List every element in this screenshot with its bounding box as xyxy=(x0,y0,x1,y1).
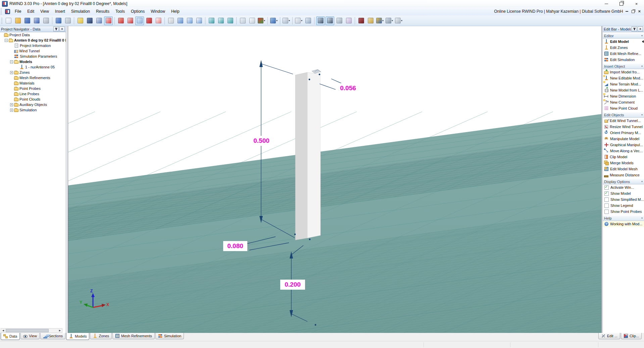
tree-item-mesh-refinements[interactable]: Mesh Refinements xyxy=(0,75,66,80)
scrollbar-thumb[interactable] xyxy=(6,329,49,332)
checkbox-unchecked[interactable] xyxy=(604,210,609,214)
menu-simulation[interactable]: Simulation xyxy=(68,8,93,15)
toolbar-toggle-grid-button[interactable] xyxy=(335,16,344,25)
dimension-label-height[interactable]: 0.500 xyxy=(250,136,273,146)
tree-horizontal-scrollbar[interactable]: ◀ ▶ xyxy=(1,328,62,333)
editbar-item-import-model-fro[interactable]: Import Model fro... xyxy=(603,69,644,75)
editbar-item-show-legend[interactable]: Show Legend xyxy=(603,202,644,209)
toolbar-rotate-view-3-button[interactable] xyxy=(226,16,235,25)
tab-clip[interactable]: Clip... xyxy=(621,333,642,339)
menu-edit[interactable]: Edit xyxy=(24,8,37,15)
menu-options[interactable]: Options xyxy=(128,8,148,15)
dimension-label-top-width[interactable]: 0.056 xyxy=(336,83,360,93)
expand-icon[interactable]: + xyxy=(10,71,13,74)
collapse-icon[interactable]: − xyxy=(5,39,8,42)
toolbar-print-button[interactable] xyxy=(42,16,50,25)
toolbar-toggle-mesh-button[interactable] xyxy=(326,16,334,25)
editbar-item-edit-simulation[interactable]: Edit Simulation xyxy=(603,57,644,63)
antenna-column-model[interactable] xyxy=(295,69,321,240)
toolbar-save-project-button[interactable] xyxy=(23,16,32,25)
toolbar-surface-view-button[interactable] xyxy=(166,16,175,25)
toolbar-surface-shaded-button[interactable] xyxy=(176,16,185,25)
toolbar-wind-tunnel-view-button[interactable] xyxy=(104,16,113,25)
pin-button[interactable] xyxy=(53,26,59,32)
editbar-item-working-with-mod[interactable]: Working with Mod... xyxy=(603,221,644,227)
tree-item-wind-tunnel[interactable]: Wind Tunnel xyxy=(0,48,66,54)
toolbar-options-more-button[interactable]: ▾ xyxy=(394,16,403,25)
section-header-editor[interactable]: Editor▾ xyxy=(603,33,644,39)
toolbar-undo-button[interactable] xyxy=(54,16,63,25)
tree-item-auxiliary-objects[interactable]: +Auxiliary Objects xyxy=(0,102,66,107)
editbar-item-orient-primary-m[interactable]: Orient Primary M... xyxy=(603,130,644,136)
editbar-item-move-along-a-vec[interactable]: Move Along a Vec... xyxy=(603,148,644,154)
menu-help[interactable]: Help xyxy=(168,8,183,15)
tree-item-simulation-parameters[interactable]: Simulation Parameters xyxy=(0,54,66,59)
model-node[interactable] xyxy=(294,234,296,235)
menu-insert[interactable]: Insert xyxy=(52,8,68,15)
tree-item-point-clouds[interactable]: Point Clouds xyxy=(0,97,66,102)
tab-data[interactable]: Data xyxy=(1,333,20,340)
model-node[interactable] xyxy=(309,79,310,80)
toolbar-grip[interactable] xyxy=(1,18,2,24)
toolbar-model-wireframe-button[interactable] xyxy=(154,16,163,25)
tab-sections[interactable]: Sections xyxy=(40,333,65,339)
tree-item-simulation[interactable]: +Simulation xyxy=(0,107,66,113)
editbar-item-manipulate-model[interactable]: Manipulate Model xyxy=(603,136,644,142)
toolbar-result-layers-button[interactable] xyxy=(304,16,312,25)
scene-canvas[interactable] xyxy=(68,26,602,333)
toolbar-show-zones-button[interactable] xyxy=(116,16,125,25)
section-header-insert-object[interactable]: Insert Object▾ xyxy=(603,63,644,69)
tab-zones[interactable]: Zones xyxy=(90,333,112,339)
tree-item-models[interactable]: −Models xyxy=(0,59,66,64)
tree-item-zones[interactable]: +Zones xyxy=(0,70,66,75)
editbar-item-show-point-probes[interactable]: Show Point Probes xyxy=(603,209,644,215)
toolbar-export-view-button[interactable]: ▾ xyxy=(294,16,303,25)
editbar-item-edit-model-mesh[interactable]: Edit Model Mesh xyxy=(603,166,644,172)
scroll-left-arrow[interactable]: ◀ xyxy=(1,329,5,333)
checkbox-checked[interactable] xyxy=(604,185,609,190)
checkbox-checked[interactable] xyxy=(604,191,609,196)
editbar-item-new-comment[interactable]: New Comment xyxy=(603,99,644,105)
menu-results[interactable]: Results xyxy=(93,8,112,15)
minimize-button[interactable] xyxy=(599,0,614,7)
expand-icon[interactable]: + xyxy=(10,109,13,112)
editbar-item-new-terrain-mod[interactable]: New Terrain Mod... xyxy=(603,81,644,87)
3d-viewport[interactable]: 0.500 0.056 0.080 0.200 Z X Y xyxy=(68,26,602,333)
toolbar-clear-display-button[interactable] xyxy=(344,16,353,25)
editbar-item-resize-wind-tunnel[interactable]: Resize Wind Tunnel xyxy=(603,124,644,130)
scroll-right-arrow[interactable]: ▶ xyxy=(58,329,62,333)
mdi-close-button[interactable]: × xyxy=(638,10,641,13)
tab-view[interactable]: View xyxy=(20,333,40,339)
tab-simulation[interactable]: Simulation xyxy=(155,333,184,339)
tree-item-line-probes[interactable]: Line Probes xyxy=(0,91,66,97)
toolbar-section-hatch-button[interactable]: ▾ xyxy=(282,16,291,25)
editbar-item-new-model-from-l[interactable]: New Model from L... xyxy=(603,87,644,93)
editbar-item-clip-model[interactable]: Clip Model xyxy=(603,154,644,160)
section-header-display-options[interactable]: Display Options▾ xyxy=(603,179,644,184)
section-header-edit-objects[interactable]: Edit Objects▾ xyxy=(603,112,644,118)
toolbar-mesh-generate-button[interactable] xyxy=(76,16,85,25)
restore-button[interactable] xyxy=(614,0,629,7)
checkbox-unchecked[interactable] xyxy=(604,197,609,202)
checkbox-unchecked[interactable] xyxy=(604,204,609,208)
expand-icon[interactable]: + xyxy=(10,103,13,106)
menubar-grip[interactable] xyxy=(1,8,2,14)
toolbar-display-solid-button[interactable]: ▾ xyxy=(269,16,278,25)
toolbar-toggle-model-button[interactable] xyxy=(316,16,325,25)
toolbar-measure-tool-button[interactable] xyxy=(366,16,375,25)
tab-models[interactable]: Models xyxy=(66,333,89,340)
editbar-item-edit-wind-tunnel[interactable]: Edit Wind Tunnel... xyxy=(603,118,644,124)
toolbar-new-window-button[interactable] xyxy=(185,16,194,25)
editbar-item-activate-win[interactable]: Activate Win... xyxy=(603,184,644,190)
menu-window[interactable]: Window xyxy=(148,8,168,15)
dimension-label-base-offset[interactable]: 0.200 xyxy=(280,280,305,290)
menu-tools[interactable]: Tools xyxy=(112,8,128,15)
section-header-help[interactable]: Help▾ xyxy=(603,215,644,221)
toolbar-isometric-view-button[interactable] xyxy=(238,16,247,25)
toolbar-probe-tool-button[interactable] xyxy=(357,16,365,25)
editbar-item-new-dimension[interactable]: New Dimension xyxy=(603,93,644,99)
menu-file[interactable]: File xyxy=(12,8,24,15)
toolbar-rotate-view-1-button[interactable] xyxy=(207,16,216,25)
toolbar-snap-grid-button[interactable] xyxy=(95,16,103,25)
toolbar-display-settings-button[interactable]: ▾ xyxy=(385,16,394,25)
